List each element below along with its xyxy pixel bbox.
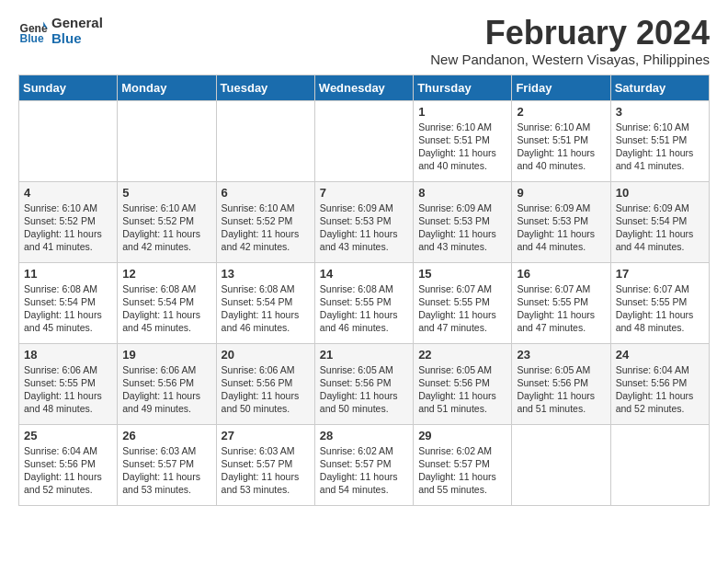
day-info: Sunrise: 6:10 AM Sunset: 5:52 PM Dayligh…	[122, 201, 210, 254]
calendar-cell: 20Sunrise: 6:06 AM Sunset: 5:56 PM Dayli…	[216, 343, 314, 424]
logo-line2: Blue	[51, 30, 103, 46]
day-info: Sunrise: 6:06 AM Sunset: 5:55 PM Dayligh…	[24, 363, 112, 416]
calendar-cell: 22Sunrise: 6:05 AM Sunset: 5:56 PM Dayli…	[414, 343, 512, 424]
day-number: 6	[222, 186, 310, 200]
day-info: Sunrise: 6:02 AM Sunset: 5:57 PM Dayligh…	[418, 444, 506, 497]
day-info: Sunrise: 6:04 AM Sunset: 5:56 PM Dayligh…	[616, 363, 704, 416]
calendar-cell: 10Sunrise: 6:09 AM Sunset: 5:54 PM Dayli…	[610, 181, 709, 262]
calendar-cell: 21Sunrise: 6:05 AM Sunset: 5:56 PM Dayli…	[314, 343, 413, 424]
day-number: 1	[418, 105, 506, 119]
day-header-thursday: Thursday	[414, 75, 512, 100]
svg-text:Blue: Blue	[20, 32, 44, 45]
logo-line1: General	[51, 15, 103, 30]
day-info: Sunrise: 6:10 AM Sunset: 5:51 PM Dayligh…	[616, 121, 704, 173]
day-info: Sunrise: 6:10 AM Sunset: 5:51 PM Dayligh…	[517, 121, 605, 173]
calendar-cell	[118, 100, 216, 181]
day-number: 5	[122, 186, 210, 200]
calendar-cell: 17Sunrise: 6:07 AM Sunset: 5:55 PM Dayli…	[610, 262, 709, 343]
subtitle: New Pandanon, Western Visayas, Philippin…	[430, 52, 710, 67]
day-header-saturday: Saturday	[610, 75, 709, 100]
day-number: 14	[320, 267, 408, 281]
day-number: 11	[24, 267, 112, 281]
day-info: Sunrise: 6:08 AM Sunset: 5:54 PM Dayligh…	[222, 282, 310, 335]
day-number: 4	[24, 186, 112, 200]
day-info: Sunrise: 6:10 AM Sunset: 5:52 PM Dayligh…	[222, 201, 310, 254]
day-header-friday: Friday	[512, 75, 610, 100]
day-info: Sunrise: 6:05 AM Sunset: 5:56 PM Dayligh…	[320, 363, 408, 416]
day-info: Sunrise: 6:06 AM Sunset: 5:56 PM Dayligh…	[222, 363, 310, 416]
day-header-wednesday: Wednesday	[314, 75, 413, 100]
day-number: 21	[320, 348, 408, 362]
calendar-cell: 28Sunrise: 6:02 AM Sunset: 5:57 PM Dayli…	[314, 424, 413, 505]
calendar-week-row: 1Sunrise: 6:10 AM Sunset: 5:51 PM Daylig…	[19, 100, 710, 181]
day-info: Sunrise: 6:06 AM Sunset: 5:56 PM Dayligh…	[122, 363, 210, 416]
day-info: Sunrise: 6:09 AM Sunset: 5:53 PM Dayligh…	[418, 201, 506, 254]
day-info: Sunrise: 6:09 AM Sunset: 5:53 PM Dayligh…	[320, 201, 408, 254]
day-number: 23	[517, 348, 605, 362]
calendar-cell	[610, 424, 709, 505]
day-header-tuesday: Tuesday	[216, 75, 314, 100]
calendar-cell: 14Sunrise: 6:08 AM Sunset: 5:55 PM Dayli…	[314, 262, 413, 343]
day-info: Sunrise: 6:07 AM Sunset: 5:55 PM Dayligh…	[418, 282, 506, 335]
day-info: Sunrise: 6:10 AM Sunset: 5:52 PM Dayligh…	[24, 201, 112, 254]
day-number: 16	[517, 267, 605, 281]
day-number: 3	[616, 105, 704, 119]
calendar-cell: 4Sunrise: 6:10 AM Sunset: 5:52 PM Daylig…	[19, 181, 118, 262]
calendar-table: SundayMondayTuesdayWednesdayThursdayFrid…	[18, 75, 710, 506]
title-area: February 2024 New Pandanon, Western Visa…	[430, 15, 710, 67]
day-number: 8	[418, 186, 506, 200]
calendar-cell: 12Sunrise: 6:08 AM Sunset: 5:54 PM Dayli…	[118, 262, 216, 343]
calendar-cell: 16Sunrise: 6:07 AM Sunset: 5:55 PM Dayli…	[512, 262, 610, 343]
calendar-cell: 11Sunrise: 6:08 AM Sunset: 5:54 PM Dayli…	[19, 262, 118, 343]
day-number: 10	[616, 186, 704, 200]
calendar-cell: 13Sunrise: 6:08 AM Sunset: 5:54 PM Dayli…	[216, 262, 314, 343]
calendar-cell: 27Sunrise: 6:03 AM Sunset: 5:57 PM Dayli…	[216, 424, 314, 505]
day-info: Sunrise: 6:07 AM Sunset: 5:55 PM Dayligh…	[616, 282, 704, 335]
day-number: 27	[222, 429, 310, 442]
calendar-week-row: 18Sunrise: 6:06 AM Sunset: 5:55 PM Dayli…	[19, 343, 710, 424]
day-info: Sunrise: 6:08 AM Sunset: 5:54 PM Dayligh…	[24, 282, 112, 335]
day-number: 18	[24, 348, 112, 362]
calendar-cell: 24Sunrise: 6:04 AM Sunset: 5:56 PM Dayli…	[610, 343, 709, 424]
day-info: Sunrise: 6:04 AM Sunset: 5:56 PM Dayligh…	[24, 444, 112, 497]
day-info: Sunrise: 6:10 AM Sunset: 5:51 PM Dayligh…	[418, 121, 506, 173]
day-number: 17	[616, 267, 704, 281]
calendar-cell: 2Sunrise: 6:10 AM Sunset: 5:51 PM Daylig…	[512, 100, 610, 181]
day-number: 9	[517, 186, 605, 200]
day-number: 28	[320, 429, 408, 442]
day-number: 25	[24, 429, 112, 442]
calendar-cell: 1Sunrise: 6:10 AM Sunset: 5:51 PM Daylig…	[414, 100, 512, 181]
day-info: Sunrise: 6:05 AM Sunset: 5:56 PM Dayligh…	[418, 363, 506, 416]
day-number: 20	[222, 348, 310, 362]
day-number: 29	[418, 429, 506, 442]
day-number: 22	[418, 348, 506, 362]
header: General Blue General Blue February 2024 …	[18, 15, 710, 67]
calendar-week-row: 4Sunrise: 6:10 AM Sunset: 5:52 PM Daylig…	[19, 181, 710, 262]
calendar-cell: 5Sunrise: 6:10 AM Sunset: 5:52 PM Daylig…	[118, 181, 216, 262]
day-info: Sunrise: 6:09 AM Sunset: 5:54 PM Dayligh…	[616, 201, 704, 254]
day-number: 13	[222, 267, 310, 281]
calendar-cell: 25Sunrise: 6:04 AM Sunset: 5:56 PM Dayli…	[19, 424, 118, 505]
calendar-cell: 29Sunrise: 6:02 AM Sunset: 5:57 PM Dayli…	[414, 424, 512, 505]
calendar-cell: 3Sunrise: 6:10 AM Sunset: 5:51 PM Daylig…	[610, 100, 709, 181]
calendar-week-row: 25Sunrise: 6:04 AM Sunset: 5:56 PM Dayli…	[19, 424, 710, 505]
day-header-monday: Monday	[118, 75, 216, 100]
day-info: Sunrise: 6:05 AM Sunset: 5:56 PM Dayligh…	[517, 363, 605, 416]
calendar-cell: 18Sunrise: 6:06 AM Sunset: 5:55 PM Dayli…	[19, 343, 118, 424]
day-info: Sunrise: 6:08 AM Sunset: 5:54 PM Dayligh…	[122, 282, 210, 335]
day-info: Sunrise: 6:03 AM Sunset: 5:57 PM Dayligh…	[122, 444, 210, 497]
calendar-cell	[19, 100, 118, 181]
calendar-cell: 19Sunrise: 6:06 AM Sunset: 5:56 PM Dayli…	[118, 343, 216, 424]
day-info: Sunrise: 6:02 AM Sunset: 5:57 PM Dayligh…	[320, 444, 408, 497]
calendar-cell: 8Sunrise: 6:09 AM Sunset: 5:53 PM Daylig…	[414, 181, 512, 262]
calendar-week-row: 11Sunrise: 6:08 AM Sunset: 5:54 PM Dayli…	[19, 262, 710, 343]
logo: General Blue General Blue	[18, 15, 103, 46]
logo-icon: General Blue	[18, 16, 48, 45]
day-number: 15	[418, 267, 506, 281]
main-title: February 2024	[430, 15, 710, 52]
calendar-body: 1Sunrise: 6:10 AM Sunset: 5:51 PM Daylig…	[19, 100, 710, 505]
day-info: Sunrise: 6:03 AM Sunset: 5:57 PM Dayligh…	[222, 444, 310, 497]
day-info: Sunrise: 6:09 AM Sunset: 5:53 PM Dayligh…	[517, 201, 605, 254]
day-header-sunday: Sunday	[19, 75, 118, 100]
calendar-cell	[314, 100, 413, 181]
